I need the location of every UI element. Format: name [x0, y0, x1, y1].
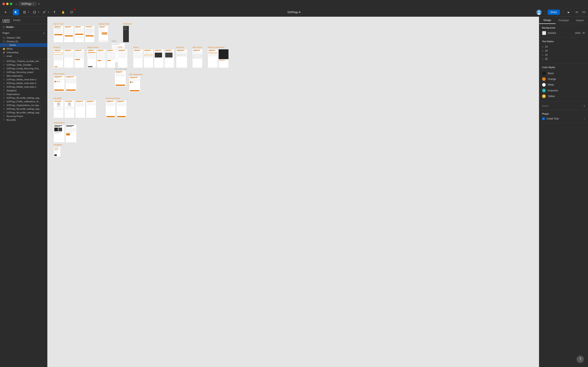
bg-color-swatch[interactable]	[542, 31, 546, 35]
text-tool-button[interactable]: T	[52, 9, 58, 15]
layer-item[interactable]: # GOPingu_ Projects_my tasks_dele...	[0, 59, 47, 63]
close-tab-button[interactable]: ×	[33, 3, 34, 5]
add-tab-button[interactable]: +	[38, 2, 40, 6]
bg-visibility-button[interactable]	[582, 32, 585, 34]
frame-group-label: Projects	[53, 46, 84, 48]
comment-badge	[74, 9, 75, 10]
tab-prototype[interactable]: Prototype	[555, 17, 572, 24]
frame-group-navigation: Navigation	[53, 144, 62, 157]
layer-item[interactable]: # GOPingu_Profile_notifications_01...	[0, 100, 47, 103]
layer-item[interactable]: # GOPingu_My profile_settings_pag...	[0, 111, 47, 114]
question-button[interactable]: A?	[574, 9, 580, 15]
share-button[interactable]: Share	[548, 9, 560, 15]
frame-tool-button[interactable]	[21, 9, 27, 15]
frame-box	[154, 49, 164, 68]
text-styles-title: Text Styles	[542, 40, 585, 43]
color-style-yellow[interactable]: Yellow	[542, 93, 585, 99]
minimize-dot[interactable]	[6, 3, 9, 5]
text-style-item-20[interactable]: ▶ 20	[542, 57, 585, 61]
close-dot[interactable]	[2, 3, 5, 5]
text-style-item-16[interactable]: ▶ 16	[542, 49, 585, 53]
layer-item-recurring[interactable]: T Recurring Project	[0, 114, 47, 118]
layer-item[interactable]: # GOPingu_Create_Recurring_Project	[0, 67, 47, 70]
page-label: Billing	[7, 48, 12, 50]
layer-item[interactable]: # GOPingu_Organizations_my organ...	[0, 103, 47, 107]
maximize-dot[interactable]	[10, 3, 12, 5]
layer-item[interactable]: # GOPingu_Tasks_Duedate	[0, 63, 47, 67]
frame-group-label: Add column	[192, 46, 203, 48]
frame-group-organizations: Organizations	[53, 122, 77, 142]
bg-opacity-value: 100%	[575, 32, 581, 34]
export-label: Export	[542, 105, 549, 107]
svg-point-14	[583, 33, 584, 33]
mobile-label: Mobile ▾	[6, 26, 45, 29]
svg-rect-9	[34, 11, 35, 13]
project-title[interactable]: GOPingu ▾	[287, 11, 301, 14]
page-item-email[interactable]: ◻ email	[0, 54, 47, 58]
plugin-section: Plugin ✓ Install Todo −	[539, 110, 588, 123]
mobile-chevron-icon: ▾	[14, 26, 15, 28]
text-style-chevron-icon: ▶	[542, 58, 543, 60]
frame-group-add-column: Add column	[192, 46, 203, 68]
pen-tool-button[interactable]	[42, 9, 48, 15]
page-label: Mobile	[9, 44, 16, 46]
text-style-item-14[interactable]: ▶ 14	[542, 45, 585, 49]
shape-tool-button[interactable]	[31, 9, 38, 15]
layer-item[interactable]: T Add colaborators	[0, 74, 47, 78]
tab-assets[interactable]: Assets	[13, 19, 20, 22]
layer-icon: #	[2, 78, 5, 81]
plugin-remove-button[interactable]: −	[584, 117, 585, 120]
layer-item[interactable]: T Organizations	[0, 92, 47, 96]
frame-group-support: Support chat	[98, 23, 109, 42]
home-button[interactable]: ⌂	[16, 2, 17, 6]
layer-item[interactable]: # GOPingu_Mobile_invite team-2	[0, 78, 47, 81]
active-tab[interactable]: GOPingu ×	[19, 2, 36, 6]
plugin-checkbox[interactable]: ✓	[542, 117, 545, 120]
color-style-orange[interactable]: Orange	[542, 76, 585, 82]
frame-group-share-project: Share project	[53, 73, 77, 92]
frame-box	[115, 71, 126, 87]
right-panel-tabs: Design Prototype Inspect	[539, 17, 588, 24]
export-add-button[interactable]: +	[584, 104, 585, 108]
frame-group-label: Search organozation	[208, 46, 229, 48]
help-button[interactable]: ?	[577, 356, 584, 363]
play-button[interactable]: ▶	[566, 9, 572, 15]
text-style-item-12[interactable]: ▶ 12	[542, 53, 585, 57]
frame-group-label: Teams	[133, 46, 174, 48]
add-tool-button[interactable]	[2, 9, 9, 15]
frame-group-label: Organizations	[53, 122, 77, 124]
frame-group-tasks: Tasks	[118, 46, 128, 68]
text-style-chevron-icon: ▶	[542, 54, 543, 56]
layer-item[interactable]: # GOPingu_Mobile_invite team-1	[0, 85, 47, 89]
tab-design[interactable]: Design	[539, 17, 555, 24]
frame-group-teams: Teams	[133, 46, 174, 68]
select-tool-button[interactable]	[13, 9, 19, 15]
comment-tool-button[interactable]	[69, 9, 75, 15]
layer-icon: T	[2, 119, 5, 121]
layer-item[interactable]: # GOPingu_Mobile_invite team-3	[0, 81, 47, 85]
page-icon: ⬛	[2, 37, 5, 39]
color-style-white[interactable]: White	[542, 82, 585, 88]
panel-tabs: Layers Assets	[0, 17, 47, 24]
canvas[interactable]: Sign In / Up	[47, 17, 539, 367]
page-item-desktop2[interactable]: ⬛ Desktop [2]	[0, 40, 47, 43]
tab-layers[interactable]: Layers	[2, 18, 10, 22]
color-name-black: Black	[548, 72, 554, 75]
layer-item[interactable]: T Navigation	[0, 89, 47, 92]
color-style-turquoise[interactable]: turquoise	[542, 88, 585, 93]
page-label: email	[7, 55, 12, 57]
layer-item[interactable]: # GOPingu_My profile_settings_pag...	[0, 96, 47, 100]
hand-tool-button[interactable]: ✋	[60, 9, 66, 15]
page-item-desktop1366[interactable]: ⬛ Desktop 1366	[0, 36, 47, 40]
layer-item[interactable]: # GOPingu_Recurring_project	[0, 70, 47, 74]
page-item-mobile[interactable]: ◀ ⬛ Mobile	[0, 43, 47, 47]
color-style-black[interactable]: Black	[542, 71, 585, 76]
page-item-onboarding[interactable]: 🚀 Onboarding	[0, 50, 47, 54]
layer-item[interactable]: # GOPingu_My profile_settings_pag...	[0, 107, 47, 111]
frame-box	[64, 100, 75, 118]
layer-item[interactable]: T My profile	[0, 118, 47, 122]
layer-icon: #	[2, 100, 5, 103]
tab-inspect[interactable]: Inspect	[572, 17, 588, 24]
add-page-button[interactable]: +	[43, 31, 45, 35]
page-item-billing[interactable]: 🌟 Billing	[0, 47, 47, 50]
